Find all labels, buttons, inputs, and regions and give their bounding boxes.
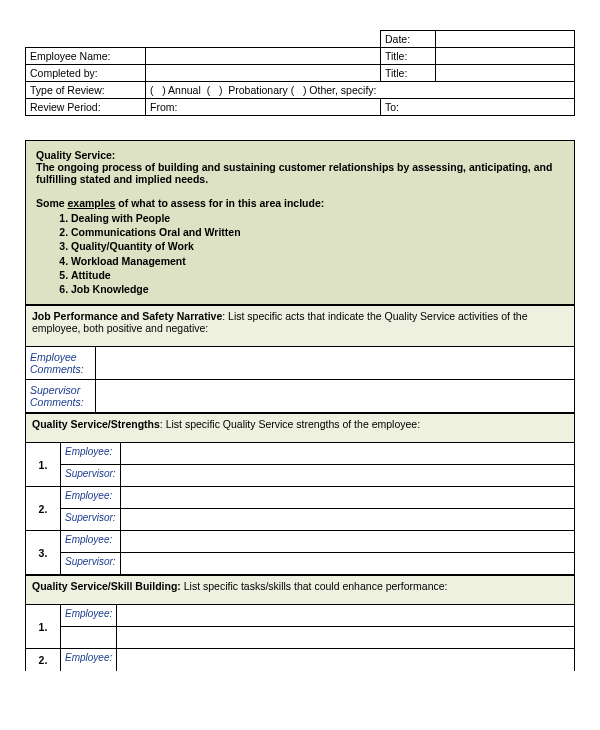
type-of-review-field[interactable]: ( ) Annual ( ) Probationary ( ) Other, s… xyxy=(146,82,575,99)
title-label-2: Title: xyxy=(381,65,436,82)
strength-supervisor-field[interactable] xyxy=(120,465,574,487)
skill-employee-field[interactable] xyxy=(117,605,575,627)
employee-comments-field[interactable] xyxy=(96,347,575,380)
completed-by-field[interactable] xyxy=(146,65,381,82)
row-number: 1. xyxy=(26,605,61,649)
example-item: Job Knowledge xyxy=(71,282,564,296)
strengths-header: Quality Service/Strengths: List specific… xyxy=(26,414,575,443)
skill-table: Quality Service/Skill Building: List spe… xyxy=(25,575,575,671)
review-period-label: Review Period: xyxy=(26,99,146,116)
strength-employee-field[interactable] xyxy=(120,487,574,509)
narrative-header: Job Performance and Safety Narrative: Li… xyxy=(26,306,575,347)
strength-supervisor-field[interactable] xyxy=(120,509,574,531)
supervisor-comments-label: Supervisor Comments: xyxy=(26,380,96,413)
strengths-table: Quality Service/Strengths: List specific… xyxy=(25,413,575,575)
supervisor-label: Supervisor: xyxy=(61,465,121,487)
skill-employee-field[interactable] xyxy=(117,649,575,671)
quality-service-box: Quality Service: The ongoing process of … xyxy=(25,140,575,305)
employee-label: Employee: xyxy=(61,649,117,671)
row-number: 2. xyxy=(26,487,61,531)
example-item: Workload Management xyxy=(71,254,564,268)
header-table: Date: Employee Name: Title: Completed by… xyxy=(25,30,575,116)
title-field-1[interactable] xyxy=(436,48,575,65)
title-label-1: Title: xyxy=(381,48,436,65)
title-field-2[interactable] xyxy=(436,65,575,82)
quality-definition: The ongoing process of building and sust… xyxy=(36,161,552,185)
date-field[interactable] xyxy=(436,31,575,48)
employee-label: Employee: xyxy=(61,531,121,553)
type-of-review-label: Type of Review: xyxy=(26,82,146,99)
example-item: Dealing with People xyxy=(71,211,564,225)
employee-name-field[interactable] xyxy=(146,48,381,65)
row-number: 1. xyxy=(26,443,61,487)
example-item: Quality/Quantity of Work xyxy=(71,239,564,253)
employee-label: Employee: xyxy=(61,487,121,509)
row-number: 2. xyxy=(26,649,61,671)
review-to-field[interactable]: To: xyxy=(381,99,575,116)
strength-employee-field[interactable] xyxy=(120,531,574,553)
completed-by-label: Completed by: xyxy=(26,65,146,82)
quality-heading: Quality Service: xyxy=(36,149,115,161)
employee-label: Employee: xyxy=(61,605,117,627)
example-item: Communications Oral and Written xyxy=(71,225,564,239)
review-from-field[interactable]: From: xyxy=(146,99,381,116)
supervisor-comments-field[interactable] xyxy=(96,380,575,413)
skill-header: Quality Service/Skill Building: List spe… xyxy=(26,576,575,605)
narrative-table: Job Performance and Safety Narrative: Li… xyxy=(25,305,575,413)
row-number: 3. xyxy=(26,531,61,575)
quality-examples-list: Dealing with People Communications Oral … xyxy=(71,211,564,296)
supervisor-label: Supervisor: xyxy=(61,509,121,531)
employee-label: Employee: xyxy=(61,443,121,465)
employee-comments-label: Employee Comments: xyxy=(26,347,96,380)
date-label: Date: xyxy=(381,31,436,48)
supervisor-label: Supervisor: xyxy=(61,553,121,575)
strength-supervisor-field[interactable] xyxy=(120,553,574,575)
example-item: Attitude xyxy=(71,268,564,282)
employee-name-label: Employee Name: xyxy=(26,48,146,65)
strength-employee-field[interactable] xyxy=(120,443,574,465)
